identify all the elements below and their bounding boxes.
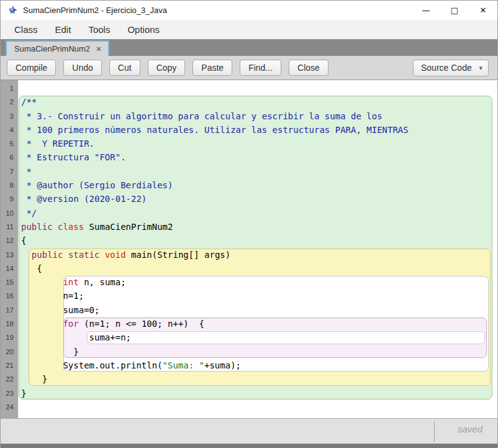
line-number: 7 <box>1 165 18 178</box>
line-number: 10 <box>1 206 18 220</box>
code-line: suma=0; <box>19 303 497 317</box>
code-line: public class SumaCienPrimNum2 <box>19 220 497 234</box>
window-controls: — □ ✕ <box>412 1 497 20</box>
status-divider <box>434 421 435 442</box>
code-line <box>19 81 497 95</box>
save-status: saved <box>458 424 482 434</box>
line-number: 15 <box>1 275 18 289</box>
bluej-editor-window: SumaCienPrimNum2 - Ejercicio_3_Java — □ … <box>0 0 498 448</box>
line-number: 14 <box>1 262 18 275</box>
code-line: */ <box>19 206 497 220</box>
code-line: * <box>19 165 497 178</box>
line-number: 1 <box>1 81 18 95</box>
window-title: SumaCienPrimNum2 - Ejercicio_3_Java <box>23 6 167 15</box>
editor-pane: 123456789101112131415161718192021222324 … <box>1 80 497 418</box>
code-line: n=1; <box>19 289 497 303</box>
copy-button[interactable]: Copy <box>148 60 186 76</box>
code-line: for (n=1; n <= 100; n++) { <box>19 317 497 331</box>
toolbar-buttons: CompileUndoCutCopyPasteFind...Close <box>7 60 328 76</box>
line-number-gutter: 123456789101112131415161718192021222324 <box>1 80 19 418</box>
code-line: } <box>19 386 497 400</box>
code-line: public static void main(String[] args) <box>19 248 497 262</box>
cut-button[interactable]: Cut <box>109 60 140 76</box>
code-lines: /** * 3.- Construir un algoritmo para ca… <box>19 81 497 414</box>
line-number: 13 <box>1 248 18 262</box>
line-number: 20 <box>1 345 18 359</box>
code-line: * @version (2020-01-22) <box>19 192 497 206</box>
menu-edit[interactable]: Edit <box>47 21 80 38</box>
find-button[interactable]: Find... <box>240 60 281 76</box>
code-line: suma+=n; <box>19 331 497 344</box>
line-number: 8 <box>1 178 18 192</box>
code-line: * Y REPETIR. <box>19 137 497 150</box>
close-icon[interactable]: ✕ <box>469 1 497 20</box>
code-line: } <box>19 345 497 359</box>
menu-class[interactable]: Class <box>6 21 47 38</box>
line-number: 5 <box>1 137 18 150</box>
line-number: 17 <box>1 303 18 317</box>
code-line: System.out.println("Suma: "+suma); <box>19 359 497 372</box>
code-line: * Estructura "FOR". <box>19 150 497 164</box>
view-selector-value: Source Code <box>421 63 472 73</box>
line-number: 9 <box>1 192 18 206</box>
line-number: 19 <box>1 331 18 344</box>
line-number: 4 <box>1 123 18 137</box>
code-line: } <box>19 372 497 386</box>
maximize-icon[interactable]: □ <box>440 1 469 20</box>
tab-close-icon[interactable]: ✕ <box>96 45 102 53</box>
code-line: * @author (Sergio Berdiales) <box>19 178 497 192</box>
code-editor[interactable]: /** * 3.- Construir un algoritmo para ca… <box>19 80 497 418</box>
line-number: 21 <box>1 359 18 372</box>
code-line: * 3.- Construir un algoritmo para calcul… <box>19 109 497 123</box>
line-number: 22 <box>1 372 18 386</box>
line-number: 16 <box>1 289 18 303</box>
editor-toolbar: CompileUndoCutCopyPasteFind...Close Sour… <box>1 56 497 80</box>
line-number: 23 <box>1 386 18 400</box>
tab-strip: SumaCienPrimNum2 ✕ <box>1 39 497 56</box>
line-number: 3 <box>1 109 18 123</box>
close-button[interactable]: Close <box>289 60 328 76</box>
line-number: 2 <box>1 95 18 109</box>
bluej-bird-icon <box>7 5 18 16</box>
view-selector-dropdown[interactable]: Source Code ▾ <box>413 60 489 76</box>
code-line: /** <box>19 95 497 109</box>
title-bar: SumaCienPrimNum2 - Ejercicio_3_Java — □ … <box>1 1 497 20</box>
line-number: 11 <box>1 220 18 234</box>
chevron-down-icon: ▾ <box>479 64 482 72</box>
line-number: 12 <box>1 234 18 247</box>
menu-tools[interactable]: Tools <box>79 21 119 38</box>
compile-button[interactable]: Compile <box>7 60 56 76</box>
menu-bar: ClassEditToolsOptions <box>1 20 497 39</box>
minimize-icon[interactable]: — <box>412 1 440 20</box>
status-bar: saved <box>1 418 497 444</box>
code-line: { <box>19 262 497 275</box>
code-line: int n, suma; <box>19 275 497 289</box>
code-line <box>19 400 497 414</box>
paste-button[interactable]: Paste <box>192 60 232 76</box>
line-number: 6 <box>1 150 18 164</box>
undo-button[interactable]: Undo <box>63 60 101 76</box>
tab-sumacienprimnum2[interactable]: SumaCienPrimNum2 ✕ <box>6 40 109 56</box>
window-bottom-border <box>1 444 497 448</box>
code-line: * 100 primeros números naturales. Utiliz… <box>19 123 497 137</box>
line-number: 18 <box>1 317 18 331</box>
tab-label: SumaCienPrimNum2 <box>14 44 90 53</box>
line-number: 24 <box>1 400 18 414</box>
menu-options[interactable]: Options <box>119 21 168 38</box>
code-line: { <box>19 234 497 247</box>
